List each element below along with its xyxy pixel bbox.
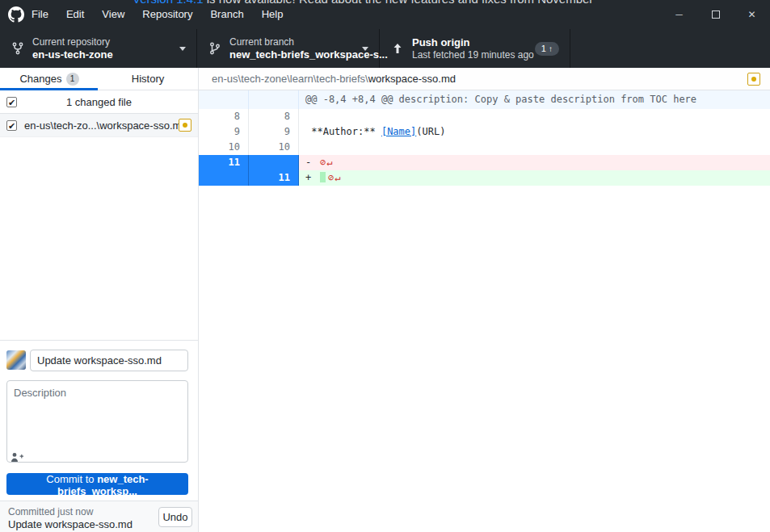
file-checkbox[interactable]: ✔: [6, 120, 17, 131]
gutter-new: 10: [249, 140, 299, 155]
push-label: Push origin: [412, 36, 534, 49]
menu-help[interactable]: Help: [253, 0, 292, 29]
push-sublabel: Last fetched 19 minutes ago: [412, 49, 534, 61]
undo-button[interactable]: Undo: [158, 507, 192, 527]
chevron-down-icon: [362, 47, 368, 51]
tab-changes[interactable]: Changes1: [0, 68, 99, 90]
user-avatar: [6, 350, 26, 370]
commit-button[interactable]: Commit to new_tech-briefs_worksp...: [6, 473, 188, 495]
chevron-down-icon: [179, 47, 186, 51]
changed-file-row[interactable]: ✔ en-us\tech-zo...\workspace-sso.md: [0, 114, 198, 137]
commit-message-text: Update workspace-sso.md: [8, 518, 133, 530]
commit-form: Commit to new_tech-briefs_worksp...: [0, 340, 198, 501]
diff-view: @@ -8,4 +8,4 @@ description: Copy & past…: [199, 90, 770, 532]
repo-name: en-us-tech-zone: [32, 48, 113, 61]
menu-view[interactable]: View: [93, 0, 133, 29]
diff-hunk-header-row: @@ -8,4 +8,4 @@ description: Copy & past…: [199, 90, 770, 109]
push-count-badge: 1 ↑: [535, 42, 559, 56]
check-icon: ✔: [8, 121, 15, 131]
select-all-checkbox[interactable]: ✔: [6, 97, 17, 107]
github-logo-icon: [8, 6, 24, 23]
gutter-old-selected[interactable]: [199, 170, 249, 186]
badge-up-arrow-icon: ↑: [549, 44, 553, 53]
markdown-link-text: [Name]: [381, 126, 416, 137]
modified-status-icon: [747, 73, 760, 86]
gutter-new: 8: [249, 109, 299, 124]
diff-deleted-row: 11 -⊘↵: [199, 155, 770, 170]
added-space-highlight: [320, 172, 326, 182]
diff-file-header: en-us\tech-zone\learn\tech-briefs\worksp…: [199, 68, 770, 90]
commit-button-prefix: Commit to: [46, 473, 97, 485]
toolbar: Current repository en-us-tech-zone Curre…: [0, 29, 770, 68]
window-controls: ─ ✕: [661, 0, 770, 29]
diff-file-path: en-us\tech-zone\learn\tech-briefs\: [212, 73, 368, 85]
gutter-old: 9: [199, 124, 249, 140]
gutter-old: 10: [199, 140, 249, 155]
diff-context-row: 10 10: [199, 140, 770, 155]
no-newline-symbol: ⊘↵: [320, 157, 333, 168]
line-text: [299, 109, 770, 124]
diff-file-name: workspace-sso.md: [368, 73, 456, 85]
gutter-new: [249, 90, 299, 109]
gutter-new-selected[interactable]: 11: [249, 170, 299, 186]
gutter-old-selected[interactable]: 11: [199, 155, 249, 170]
diff-added-row: 11 +⊘↵: [199, 170, 770, 186]
minimize-icon[interactable]: ─: [661, 0, 697, 29]
deleted-line-text: -⊘↵: [299, 155, 770, 170]
gutter-old: 8: [199, 109, 249, 124]
sidebar-tabs: Changes1 History: [0, 68, 198, 90]
line-text: **Author:** [Name](URL): [299, 124, 770, 140]
diff-context-row: 9 9 **Author:** [Name](URL): [199, 124, 770, 140]
changed-file-name: en-us\tech-zo...\workspace-sso.md: [24, 119, 187, 132]
changes-count-badge: 1: [66, 73, 79, 86]
changed-files-summary-row: ✔ 1 changed file: [0, 90, 198, 114]
repo-fork-icon: [11, 42, 24, 55]
changed-files-summary: 1 changed file: [66, 96, 132, 108]
diff-context-row: 8 8: [199, 109, 770, 124]
gutter-old: [199, 90, 249, 109]
menu-file[interactable]: File: [23, 0, 57, 29]
check-icon: ✔: [8, 98, 15, 107]
menu-branch[interactable]: Branch: [201, 0, 252, 29]
tab-history-label: History: [132, 73, 164, 85]
no-newline-symbol: ⊘↵: [328, 172, 341, 183]
maximize-icon[interactable]: [697, 0, 734, 29]
added-line-text: +⊘↵: [299, 170, 770, 186]
menu-bar: File Edit View Repository Branch Help: [23, 0, 292, 29]
close-icon[interactable]: ✕: [734, 0, 770, 29]
add-coauthor-icon[interactable]: [11, 452, 23, 463]
tab-changes-label: Changes: [19, 73, 61, 85]
menu-edit[interactable]: Edit: [57, 0, 93, 29]
current-branch-dropdown[interactable]: Current branch new_tech-briefs_workspace…: [197, 29, 380, 68]
current-repository-dropdown[interactable]: Current repository en-us-tech-zone: [0, 29, 197, 68]
title-bar: Version 1.4.1 is now available! Read abo…: [0, 0, 770, 29]
branch-icon: [208, 42, 221, 55]
commit-status-text: Committed just now: [8, 506, 93, 517]
menu-repository[interactable]: Repository: [133, 0, 201, 29]
tab-history[interactable]: History: [99, 68, 197, 90]
hunk-header-text: @@ -8,4 +8,4 @@ description: Copy & past…: [299, 90, 770, 109]
push-up-arrow-icon: [391, 42, 404, 55]
repo-label: Current repository: [32, 36, 113, 48]
commit-summary-input[interactable]: [30, 350, 188, 371]
last-commit-bar: Committed just now Update workspace-sso.…: [0, 501, 198, 532]
commit-description-input[interactable]: [6, 380, 188, 463]
line-text: [299, 140, 770, 155]
push-origin-button[interactable]: Push origin Last fetched 19 minutes ago …: [380, 29, 570, 68]
modified-status-icon: [179, 119, 191, 132]
github-desktop-window: Version 1.4.1 is now available! Read abo…: [0, 0, 770, 532]
gutter-new: 9: [249, 124, 299, 140]
gutter-new-selected[interactable]: [249, 155, 299, 170]
